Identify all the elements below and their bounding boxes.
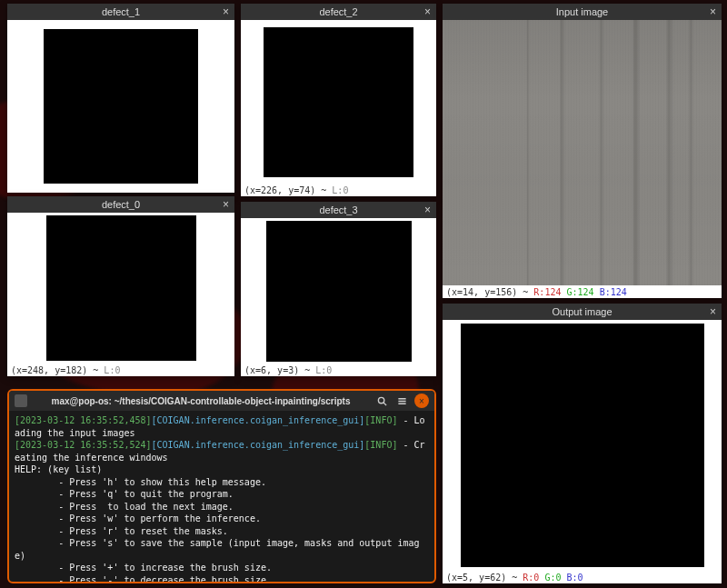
canvas-area[interactable] <box>7 213 234 364</box>
tilde: ~ <box>87 365 104 375</box>
window-title: defect_2 <box>319 6 357 17</box>
close-icon[interactable]: × <box>710 306 716 317</box>
tilde: ~ <box>517 287 533 297</box>
canvas[interactable] <box>46 215 196 361</box>
tilde: ~ <box>299 365 315 375</box>
search-icon[interactable] <box>374 394 389 408</box>
statusbar: (x=248, y=182) ~ L:0 <box>7 364 234 376</box>
terminal-app-icon <box>15 394 27 407</box>
coords: (x=248, y=182) <box>11 365 87 375</box>
terminal-body[interactable]: [2023-03-12 16:35:52,458][COIGAN.inferen… <box>9 411 434 582</box>
coords: (x=6, y=3) <box>244 365 299 375</box>
close-icon[interactable]: × <box>424 6 431 17</box>
status-L: L:0 <box>315 365 332 375</box>
close-icon[interactable]: × <box>223 6 229 17</box>
titlebar[interactable]: defect_0 × <box>7 196 234 213</box>
window-title: defect_3 <box>319 204 357 215</box>
titlebar[interactable]: defect_1 × <box>7 4 234 20</box>
tilde: ~ <box>315 185 332 195</box>
canvas-area[interactable] <box>7 20 234 193</box>
canvas-area[interactable] <box>241 20 436 184</box>
coords: (x=14, y=156) <box>446 287 517 297</box>
status-B: B:124 <box>600 287 627 297</box>
status-R: R:0 <box>523 573 539 583</box>
status-R: R:124 <box>533 287 561 297</box>
canvas-area[interactable] <box>241 218 436 364</box>
canvas[interactable] <box>44 29 198 184</box>
canvas[interactable] <box>264 27 413 177</box>
canvas-area[interactable] <box>443 20 722 285</box>
terminal-close-icon[interactable]: × <box>414 394 429 408</box>
statusbar: (x=226, y=74) ~ L:0 <box>241 184 436 196</box>
coords: (x=226, y=74) <box>244 185 315 195</box>
statusbar: (x=6, y=3) ~ L:0 <box>241 364 436 376</box>
window-title: Input image <box>556 6 608 17</box>
input-image-canvas[interactable] <box>443 20 722 285</box>
status-G: G:124 <box>566 287 593 297</box>
terminal-window[interactable]: max@pop-os: ~/thesis/COIGAN-controllable… <box>7 389 436 583</box>
window-defect-0[interactable]: defect_0 × (x=248, y=182) ~ L:0 <box>7 196 234 376</box>
window-defect-2[interactable]: defect_2 × (x=226, y=74) ~ L:0 <box>241 4 436 196</box>
titlebar[interactable]: Input image × <box>443 4 722 20</box>
titlebar[interactable]: defect_2 × <box>241 4 436 20</box>
hamburger-menu-icon[interactable] <box>394 394 409 408</box>
terminal-titlebar[interactable]: max@pop-os: ~/thesis/COIGAN-controllable… <box>9 391 434 411</box>
status-G: G:0 <box>544 573 561 583</box>
terminal-title: max@pop-os: ~/thesis/COIGAN-controllable… <box>33 396 369 406</box>
close-icon[interactable]: × <box>710 6 716 17</box>
output-image-canvas[interactable] <box>461 324 704 567</box>
tilde: ~ <box>506 573 523 583</box>
svg-point-0 <box>378 397 383 403</box>
close-icon[interactable]: × <box>424 204 431 215</box>
titlebar[interactable]: defect_3 × <box>241 202 436 218</box>
svg-line-1 <box>383 402 385 404</box>
status-L: L:0 <box>104 365 120 375</box>
window-defect-3[interactable]: defect_3 × (x=6, y=3) ~ L:0 <box>241 202 436 376</box>
window-output-image[interactable]: Output image × (x=5, y=62) ~ R:0 G:0 B:0 <box>443 304 722 583</box>
window-defect-1[interactable]: defect_1 × <box>7 4 234 193</box>
status-L: L:0 <box>332 185 348 195</box>
canvas[interactable] <box>266 221 412 362</box>
canvas-area[interactable] <box>443 320 722 571</box>
window-title: Output image <box>552 306 612 317</box>
status-B: B:0 <box>566 573 583 583</box>
window-input-image[interactable]: Input image × (x=14, y=156) ~ R:124 G:12… <box>443 4 722 298</box>
titlebar[interactable]: Output image × <box>443 304 722 320</box>
window-title: defect_0 <box>102 199 140 210</box>
statusbar: (x=5, y=62) ~ R:0 G:0 B:0 <box>443 571 722 583</box>
coords: (x=5, y=62) <box>446 573 506 583</box>
statusbar: (x=14, y=156) ~ R:124 G:124 B:124 <box>443 285 722 298</box>
window-title: defect_1 <box>102 6 140 17</box>
close-icon[interactable]: × <box>223 199 229 210</box>
